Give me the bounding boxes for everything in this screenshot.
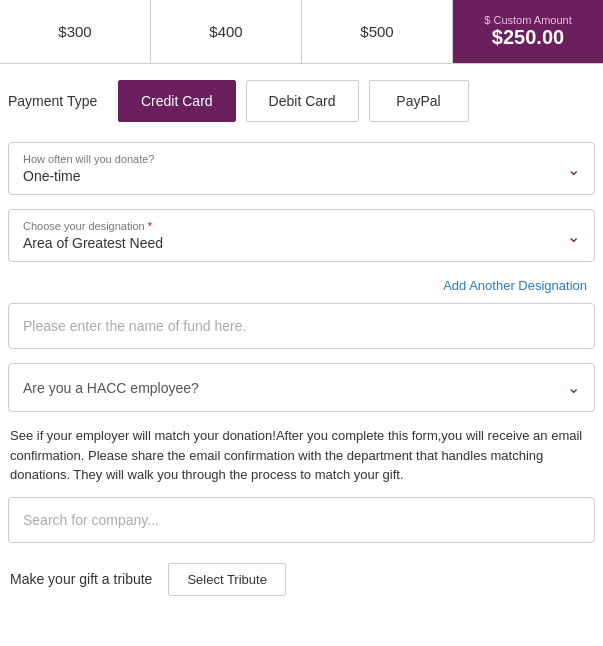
search-company-input[interactable] xyxy=(8,497,595,543)
employer-match-text: See if your employer will match your don… xyxy=(8,426,595,485)
tribute-label: Make your gift a tribute xyxy=(10,571,152,587)
custom-amount-prefix: $ Custom Amount xyxy=(461,14,595,26)
frequency-label: How often will you donate? xyxy=(23,153,580,165)
amount-300-button[interactable]: $300 xyxy=(0,0,151,63)
custom-amount-value: $250.00 xyxy=(461,26,595,49)
payment-type-row: Payment Type Credit Card Debit Card PayP… xyxy=(0,64,603,138)
designation-required-marker: * xyxy=(148,220,152,232)
hacc-employee-label: Are you a HACC employee? xyxy=(23,380,199,396)
hacc-chevron-icon: ⌄ xyxy=(567,378,580,397)
debit-card-button[interactable]: Debit Card xyxy=(246,80,359,122)
designation-dropdown[interactable]: Choose your designation * Area of Greate… xyxy=(8,209,595,262)
paypal-button[interactable]: PayPal xyxy=(369,80,469,122)
fund-name-input[interactable] xyxy=(8,303,595,349)
form-section: How often will you donate? One-time ⌄ Ch… xyxy=(0,138,603,600)
tribute-row: Make your gift a tribute Select Tribute xyxy=(8,559,595,600)
select-tribute-button[interactable]: Select Tribute xyxy=(168,563,286,596)
designation-label: Choose your designation * xyxy=(23,220,580,232)
hacc-employee-dropdown[interactable]: Are you a HACC employee? ⌄ xyxy=(8,363,595,412)
amount-row: $300 $400 $500 $ Custom Amount $250.00 xyxy=(0,0,603,64)
payment-type-label: Payment Type xyxy=(8,93,98,109)
designation-chevron-icon: ⌄ xyxy=(567,226,580,245)
credit-card-button[interactable]: Credit Card xyxy=(118,80,236,122)
amount-custom-button[interactable]: $ Custom Amount $250.00 xyxy=(453,0,603,63)
frequency-value: One-time xyxy=(23,168,580,184)
frequency-chevron-icon: ⌄ xyxy=(567,159,580,178)
amount-500-button[interactable]: $500 xyxy=(302,0,453,63)
frequency-dropdown[interactable]: How often will you donate? One-time ⌄ xyxy=(8,142,595,195)
designation-value: Area of Greatest Need xyxy=(23,235,580,251)
amount-400-button[interactable]: $400 xyxy=(151,0,302,63)
add-designation-link[interactable]: Add Another Designation xyxy=(8,276,595,303)
